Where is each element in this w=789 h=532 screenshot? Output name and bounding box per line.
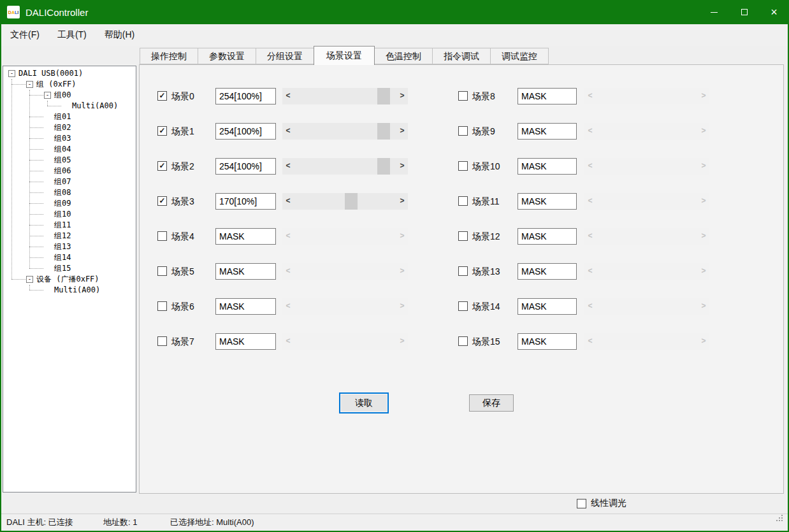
scroll-right-arrow[interactable]: >	[396, 193, 408, 210]
scene-checkbox[interactable]: ✓	[157, 126, 167, 136]
scroll-left-arrow[interactable]: <	[584, 158, 596, 175]
scene-checkbox[interactable]	[458, 161, 468, 171]
scene-checkbox[interactable]: ✓	[157, 91, 167, 101]
scroll-left-arrow[interactable]: <	[282, 333, 294, 350]
scroll-left-arrow[interactable]: <	[584, 228, 596, 245]
scroll-right-arrow[interactable]: >	[698, 228, 709, 245]
scroll-left-arrow[interactable]: <	[282, 193, 294, 210]
tree-item[interactable]: -设备 (广播0xFF)	[3, 274, 136, 285]
tab-4[interactable]: 场景设置	[314, 46, 375, 65]
tree-collapse-icon[interactable]: -	[26, 276, 33, 283]
tree-item[interactable]: 组01	[3, 111, 136, 122]
tree-item[interactable]: 组11	[3, 220, 136, 231]
tree-item[interactable]: 组13	[3, 241, 136, 252]
menu-item-help[interactable]: 帮助(H)	[96, 24, 143, 46]
scroll-left-arrow[interactable]: <	[584, 193, 596, 210]
scroll-right-arrow[interactable]: >	[396, 158, 408, 175]
scroll-right-arrow[interactable]: >	[698, 298, 709, 315]
maximize-button[interactable]	[729, 0, 759, 24]
tab-2[interactable]: 参数设置	[198, 48, 256, 64]
scene-checkbox[interactable]	[157, 301, 167, 311]
scene-checkbox[interactable]	[157, 336, 167, 346]
save-button[interactable]: 保存	[469, 394, 514, 412]
read-button[interactable]: 读取	[339, 392, 389, 413]
scene-checkbox[interactable]: ✓	[157, 161, 167, 171]
tree-collapse-icon[interactable]: -	[44, 92, 51, 99]
scroll-right-arrow[interactable]: >	[396, 88, 408, 104]
scroll-right-arrow[interactable]: >	[396, 298, 408, 315]
scroll-right-arrow[interactable]: >	[396, 228, 408, 245]
minimize-button[interactable]	[699, 0, 729, 24]
tree-item[interactable]: 组07	[3, 176, 136, 187]
scroll-right-arrow[interactable]: >	[396, 333, 408, 350]
scene-checkbox[interactable]	[458, 91, 468, 101]
scene-level-slider[interactable]: <>	[282, 123, 408, 140]
scene-value-input[interactable]	[518, 88, 577, 104]
tab-1[interactable]: 操作控制	[140, 48, 198, 64]
scene-level-slider[interactable]: <>	[282, 158, 408, 175]
scene-checkbox[interactable]: ✓	[157, 196, 167, 206]
scene-value-input[interactable]	[518, 263, 577, 280]
scene-value-input[interactable]	[215, 333, 276, 350]
scene-value-input[interactable]	[518, 193, 577, 210]
scene-level-slider[interactable]: <>	[282, 88, 408, 104]
tree-collapse-icon[interactable]: -	[8, 70, 15, 77]
tree-item[interactable]: -DALI USB(0001)	[3, 68, 136, 79]
scene-value-input[interactable]	[518, 123, 577, 140]
scroll-right-arrow[interactable]: >	[396, 263, 408, 280]
scene-value-input[interactable]	[518, 228, 577, 245]
scroll-right-arrow[interactable]: >	[698, 263, 709, 280]
tab-6[interactable]: 指令调试	[432, 48, 491, 64]
tab-7[interactable]: 调试监控	[490, 48, 549, 64]
tree-item[interactable]: Multi(A00)	[3, 285, 136, 296]
tree-item[interactable]: -组 (0xFF)	[3, 79, 136, 90]
scroll-right-arrow[interactable]: >	[698, 123, 709, 140]
slider-thumb[interactable]	[377, 158, 390, 175]
scroll-left-arrow[interactable]: <	[282, 298, 294, 315]
slider-thumb[interactable]	[377, 123, 390, 140]
scene-checkbox[interactable]	[458, 196, 468, 206]
scroll-left-arrow[interactable]: <	[584, 263, 596, 280]
scroll-left-arrow[interactable]: <	[282, 263, 294, 280]
scroll-right-arrow[interactable]: >	[698, 158, 709, 175]
scroll-left-arrow[interactable]: <	[282, 123, 294, 140]
close-button[interactable]: ×	[759, 0, 789, 24]
titlebar[interactable]: DALI DALIController ×	[0, 0, 789, 24]
scene-value-input[interactable]	[518, 298, 577, 315]
scene-checkbox[interactable]	[157, 266, 167, 276]
scroll-left-arrow[interactable]: <	[584, 88, 596, 104]
scene-checkbox[interactable]	[157, 231, 167, 241]
slider-thumb[interactable]	[345, 193, 358, 210]
scene-value-input[interactable]	[215, 193, 276, 210]
tree-item[interactable]: 组09	[3, 198, 136, 209]
scene-checkbox[interactable]	[458, 266, 468, 276]
tree-item[interactable]: 组12	[3, 231, 136, 241]
scene-value-input[interactable]	[518, 333, 577, 350]
tab-5[interactable]: 色温控制	[374, 48, 433, 64]
tree-item[interactable]: 组14	[3, 252, 136, 263]
tree-item[interactable]: 组03	[3, 133, 136, 144]
scroll-left-arrow[interactable]: <	[282, 158, 294, 175]
tree-collapse-icon[interactable]: -	[26, 81, 33, 88]
scene-value-input[interactable]	[215, 88, 276, 104]
scene-value-input[interactable]	[215, 263, 276, 280]
tree-item[interactable]: -组00	[3, 90, 136, 101]
scroll-left-arrow[interactable]: <	[584, 298, 596, 315]
tree-item[interactable]: 组04	[3, 144, 136, 155]
scene-checkbox[interactable]	[458, 301, 468, 311]
tree-item[interactable]: 组06	[3, 166, 136, 176]
slider-thumb[interactable]	[377, 88, 390, 104]
scene-value-input[interactable]	[215, 158, 276, 175]
resize-grip[interactable]	[776, 514, 783, 522]
menu-item-file[interactable]: 文件(F)	[1, 24, 48, 46]
tree-item[interactable]: 组05	[3, 155, 136, 166]
scene-checkbox[interactable]	[458, 126, 468, 136]
scroll-right-arrow[interactable]: >	[396, 123, 408, 140]
scene-checkbox[interactable]	[458, 231, 468, 241]
scroll-left-arrow[interactable]: <	[584, 123, 596, 140]
scroll-left-arrow[interactable]: <	[584, 333, 596, 350]
scroll-right-arrow[interactable]: >	[698, 88, 709, 104]
tree-item[interactable]: 组02	[3, 122, 136, 133]
scene-value-input[interactable]	[215, 228, 276, 245]
scroll-right-arrow[interactable]: >	[698, 193, 709, 210]
